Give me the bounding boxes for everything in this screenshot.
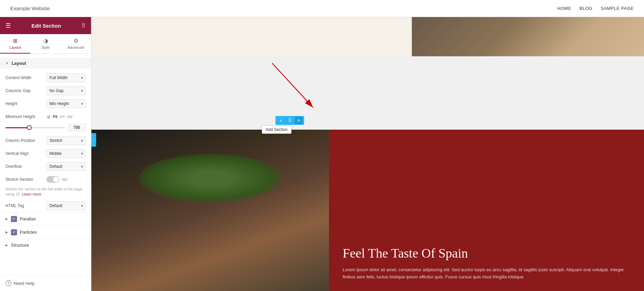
collapse-icon: ‹ (93, 138, 94, 142)
slider-thumb[interactable] (27, 125, 32, 130)
minimum-height-control: 🖥 PX VH VW (46, 114, 86, 119)
tab-advanced[interactable]: ⚙ Advanced (61, 34, 91, 54)
stretch-section-control: NO (46, 176, 86, 183)
html-tag-label: HTML Tag (5, 203, 46, 208)
slider-track[interactable] (5, 127, 65, 128)
parallax-section[interactable]: ▶ P Parallax (0, 212, 91, 225)
spain-headline: Feel The Taste Of Spain (343, 246, 630, 261)
preview-top-photo (412, 17, 644, 56)
vertical-align-label: Vertical Align (5, 151, 46, 156)
height-row: Height Min Height Default Fit To Screen (0, 97, 91, 110)
columns-gap-row: Columns Gap No Gap Narrow Default (0, 84, 91, 97)
columns-gap-select[interactable]: No Gap Narrow Default (46, 86, 86, 95)
nav-home[interactable]: HOME (557, 6, 571, 11)
unit-vw[interactable]: VW (66, 115, 73, 119)
vertical-align-select[interactable]: Middle Top Bottom (46, 149, 86, 158)
learn-more-link[interactable]: Learn more. (22, 192, 42, 196)
main-area: ☰ Edit Section ⠿ ⊞ Layout ◑ Style ⚙ Adva… (0, 17, 644, 291)
add-section-tooltip: Add Section (262, 126, 291, 134)
stretch-section-label: Stretch Section (5, 177, 46, 182)
height-select[interactable]: Min Height Default Fit To Screen (46, 99, 86, 108)
overflow-row: Overflow Default Hidden (0, 160, 91, 173)
html-tag-row: HTML Tag Default header main footer sect… (0, 199, 91, 212)
columns-gap-control: No Gap Narrow Default (46, 86, 86, 95)
top-header: Example Website HOME BLOG SAMPLE PAGE (0, 0, 644, 17)
style-icon: ◑ (43, 38, 48, 44)
sidebar-content: ▼ Layout Content Width Full Width Boxed (0, 54, 91, 275)
content-width-select-wrapper: Full Width Boxed (46, 73, 86, 82)
particles-section[interactable]: ▶ P Particles (0, 225, 91, 239)
stretch-section-row: Stretch Section NO (0, 173, 91, 186)
grid-icon[interactable]: ⠿ (81, 23, 86, 29)
section-controls-bar: + ⠿ × (275, 116, 304, 125)
site-title: Example Website (10, 5, 50, 11)
stretch-toggle[interactable] (46, 176, 59, 183)
height-control: Min Height Default Fit To Screen (46, 99, 86, 108)
minimum-height-slider-row: 795 (0, 123, 91, 134)
need-help-label: Need Help (14, 281, 34, 286)
responsive-icon: 🖥 (46, 114, 51, 119)
unit-vh[interactable]: VH (59, 115, 65, 119)
html-tag-control: Default header main footer section artic… (46, 201, 86, 210)
height-label: Height (5, 101, 46, 106)
sidebar-footer[interactable]: ? Need Help (0, 275, 91, 291)
close-section-btn[interactable]: × (295, 117, 303, 124)
parallax-badge: P (11, 216, 17, 222)
structure-arrow-icon: ▶ (5, 243, 8, 247)
gear-icon: ⚙ (74, 38, 78, 44)
columns-gap-select-wrapper: No Gap Narrow Default (46, 86, 86, 95)
food-photo-bg (91, 130, 329, 291)
content-width-select[interactable]: Full Width Boxed (46, 73, 86, 82)
food-photo (91, 130, 329, 291)
parallax-arrow-icon: ▶ (5, 217, 8, 221)
canvas-area: + ⠿ × Add Section ‹ Feel The Taste Of Sp… (91, 17, 644, 291)
add-section-btn[interactable]: + (277, 117, 285, 124)
vertical-align-row: Vertical Align Middle Top Bottom (0, 147, 91, 160)
content-width-label: Content Width (5, 75, 46, 80)
toggle-label: NO (62, 177, 68, 181)
layout-section-header[interactable]: ▼ Layout (0, 58, 91, 69)
preview-section-top (91, 17, 644, 56)
content-width-row: Content Width Full Width Boxed (0, 71, 91, 84)
section-controls: + ⠿ × (275, 116, 304, 125)
minimum-height-row: Minimum Height 🖥 PX VH VW (0, 110, 91, 123)
preview-section-bottom: Feel The Taste Of Spain Lorem ipsum dolo… (91, 130, 644, 291)
height-select-wrapper: Min Height Default Fit To Screen (46, 99, 86, 108)
stretch-description: Stretch the section to the full width of… (0, 186, 91, 199)
parallax-label: Parallax (20, 216, 36, 221)
spain-body-text: Lorem ipsum dolor sit amet, consectetur … (343, 266, 630, 281)
chef-photo (412, 17, 644, 56)
help-icon: ? (5, 280, 12, 286)
structure-label: Structure (11, 243, 29, 248)
overflow-control: Default Hidden (46, 162, 86, 171)
svg-line-1 (272, 63, 313, 107)
columns-gap-label: Columns Gap (5, 88, 46, 93)
nav-sample-page[interactable]: SAMPLE PAGE (601, 6, 634, 11)
minimum-height-label: Minimum Height (5, 114, 46, 119)
tab-style[interactable]: ◑ Style (30, 34, 61, 54)
html-tag-select[interactable]: Default header main footer section artic… (46, 201, 86, 210)
overflow-select[interactable]: Default Hidden (46, 162, 86, 171)
slider-value-input[interactable]: 795 (68, 124, 86, 131)
overflow-select-wrapper: Default Hidden (46, 162, 86, 171)
collapse-handle[interactable]: ‹ (91, 133, 96, 147)
tab-layout[interactable]: ⊞ Layout (0, 34, 30, 54)
toggle-knob (53, 177, 59, 182)
drag-section-btn[interactable]: ⠿ (286, 117, 294, 124)
particles-badge: P (11, 229, 17, 235)
main-nav: HOME BLOG SAMPLE PAGE (557, 6, 634, 11)
layout-arrow-icon: ▼ (5, 61, 9, 65)
sidebar: ☰ Edit Section ⠿ ⊞ Layout ◑ Style ⚙ Adva… (0, 17, 91, 291)
column-position-select[interactable]: Stretch Top Middle Bottom (46, 136, 86, 145)
overflow-label: Overflow (5, 164, 46, 169)
sidebar-header: ☰ Edit Section ⠿ (0, 17, 91, 34)
structure-section[interactable]: ▶ Structure (0, 239, 91, 251)
html-tag-select-wrapper: Default header main footer section artic… (46, 201, 86, 210)
arrow-annotation (245, 56, 340, 121)
nav-blog[interactable]: BLOG (580, 6, 593, 11)
unit-px[interactable]: PX (52, 115, 58, 119)
unit-buttons: PX VH VW (52, 115, 73, 119)
hamburger-icon[interactable]: ☰ (5, 22, 11, 29)
column-position-row: Column Position Stretch Top Middle Botto… (0, 134, 91, 147)
content-width-control: Full Width Boxed (46, 73, 86, 82)
